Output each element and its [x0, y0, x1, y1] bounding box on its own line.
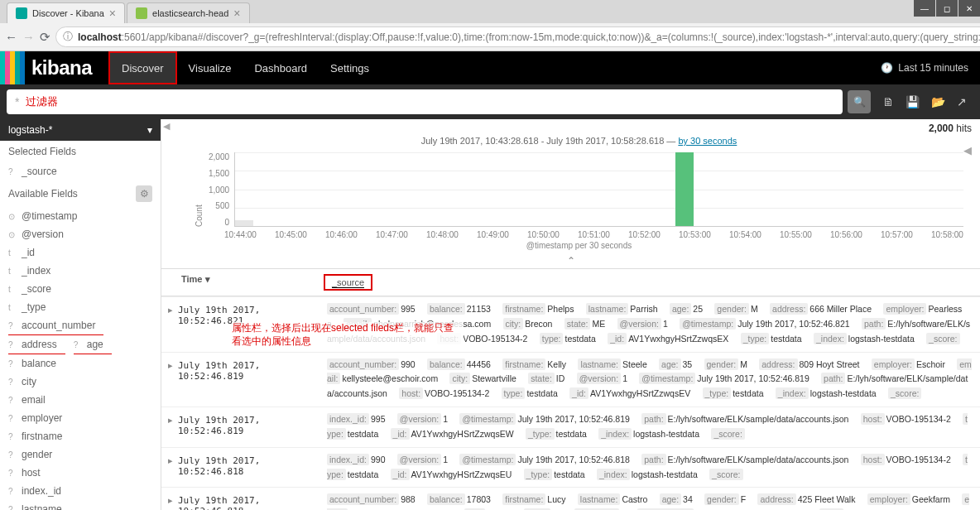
query-star: *	[15, 95, 19, 108]
logo-text: kibana	[31, 56, 92, 79]
field-@timestamp[interactable]: ⊙@timestamp	[0, 207, 161, 225]
doc-time: July 19th 2017, 10:52:46.819	[178, 358, 327, 382]
hits-label: hits	[956, 123, 972, 134]
y-axis: 2,0001,5001,0005000	[209, 152, 229, 227]
new-search-icon[interactable]: 🗎	[882, 95, 894, 108]
x-axis: 10:44:0010:45:0010:46:0010:47:0010:48:00…	[224, 230, 963, 239]
collapse-sidebar-icon[interactable]: ◀	[163, 121, 170, 132]
field-_type[interactable]: t_type	[0, 298, 161, 316]
field-type-icon: ?	[8, 414, 17, 423]
field-_index[interactable]: t_index	[0, 262, 161, 280]
url-input[interactable]: ⓘ localhost :5601/app/kibana#/discover?_…	[55, 26, 980, 47]
chart-title: July 19th 2017, 10:43:28.618 - July 19th…	[195, 136, 963, 146]
table-row: ▸July 19th 2017, 10:52:46.819index._id:9…	[161, 407, 980, 447]
nav-visualize[interactable]: Visualize	[177, 51, 243, 84]
nav-settings[interactable]: Settings	[319, 51, 381, 84]
hits-count: 2,000 hits	[929, 123, 972, 134]
source-header-label: _source	[332, 277, 364, 288]
field-type-icon: ?	[8, 378, 17, 387]
close-window-icon[interactable]: ✕	[958, 0, 980, 17]
chart-expand-icon[interactable]: ◀	[963, 144, 972, 156]
clock-icon: 🕐	[881, 62, 893, 74]
main-layout: logstash-* ▾ Selected Fields ?_source Av…	[0, 119, 980, 510]
document-table: Time ▾ _source ▸July 19th 2017, 10:52:46…	[161, 269, 980, 510]
time-column-header[interactable]: Time ▾	[181, 274, 330, 291]
browser-chrome: Discover - Kibana × elasticsearch-head ×…	[0, 0, 980, 51]
close-icon[interactable]: ×	[233, 7, 240, 20]
minimize-icon[interactable]: —	[914, 0, 935, 17]
browser-tab-eshead[interactable]: elasticsearch-head ×	[127, 2, 250, 23]
open-search-icon[interactable]: 📂	[931, 95, 945, 108]
source-column-header[interactable]: _source	[330, 274, 972, 291]
expand-row-icon[interactable]: ▸	[168, 412, 178, 426]
collapse-chart-icon[interactable]: ⌃	[161, 253, 980, 269]
field-type-icon: ?	[8, 432, 17, 441]
expand-row-icon[interactable]: ▸	[168, 302, 178, 315]
doc-source: account_number:988 balance:17803 firstna…	[327, 493, 972, 510]
field-host[interactable]: ?host	[0, 464, 161, 482]
browser-tab-kibana[interactable]: Discover - Kibana ×	[7, 2, 125, 23]
field-type-icon: t	[8, 248, 17, 257]
back-icon[interactable]: ←	[5, 30, 17, 44]
selected-fields-header: Selected Fields	[0, 141, 161, 162]
field-type-icon: t	[8, 285, 17, 294]
reload-icon[interactable]: ⟳	[40, 30, 50, 45]
doc-time: July 19th 2017, 10:52:46.818	[178, 493, 327, 510]
share-icon[interactable]: ↗	[957, 95, 967, 108]
expand-row-icon[interactable]: ▸	[168, 493, 178, 506]
interval-link[interactable]: by 30 seconds	[678, 136, 737, 146]
field-_source[interactable]: ?_source	[0, 162, 161, 180]
available-fields-header: Available Fields ⚙	[0, 180, 161, 207]
field-index._id[interactable]: ?index._id	[0, 482, 161, 500]
forward-icon[interactable]: →	[22, 30, 35, 44]
field-type-icon: ⊙	[8, 212, 17, 221]
histogram-bar[interactable]	[235, 220, 253, 226]
nav-dashboard[interactable]: Dashboard	[243, 51, 319, 84]
field-gender[interactable]: ?gender	[0, 445, 161, 464]
gear-icon[interactable]: ⚙	[136, 185, 152, 202]
logo-stripes	[0, 51, 25, 84]
search-input[interactable]: * 过滤器	[7, 89, 843, 114]
chart-plot[interactable]	[234, 152, 963, 227]
url-path: :5601/app/kibana#/discover?_g=(refreshIn…	[122, 31, 980, 43]
field-@version[interactable]: ⊙@version	[0, 225, 161, 243]
search-icon: 🔍	[853, 96, 866, 108]
nav-discover[interactable]: Discover	[108, 51, 177, 84]
table-row: ▸July 19th 2017, 10:52:46.818account_num…	[161, 487, 980, 510]
close-icon[interactable]: ×	[109, 7, 116, 20]
available-fields-label: Available Fields	[8, 188, 78, 200]
sidebar: logstash-* ▾ Selected Fields ?_source Av…	[0, 119, 161, 510]
field-age[interactable]: ?age	[74, 335, 112, 354]
index-pattern-label: logstash-*	[8, 124, 52, 136]
field-_id[interactable]: t_id	[0, 243, 161, 262]
field-_score[interactable]: t_score	[0, 280, 161, 298]
maximize-icon[interactable]: ◻	[936, 0, 958, 17]
doc-source: account_number:990 balance:44456 firstna…	[327, 358, 972, 402]
field-lastname[interactable]: ?lastname	[0, 500, 161, 510]
doc-source: index._id:990 @version:1 @timestamp:July…	[327, 453, 972, 483]
histogram-bar[interactable]	[675, 152, 694, 226]
content: ◀ 2,000 hits 属性栏，选择后出现在selected fileds栏，…	[161, 119, 980, 510]
field-email[interactable]: ?email	[0, 391, 161, 409]
index-pattern-selector[interactable]: logstash-* ▾	[0, 119, 161, 141]
field-employer[interactable]: ?employer	[0, 409, 161, 427]
field-account_number[interactable]: ?account_number	[8, 316, 103, 335]
field-firstname[interactable]: ?firstname	[0, 427, 161, 445]
field-balance[interactable]: ?balance	[0, 354, 161, 373]
save-search-icon[interactable]: 💾	[906, 95, 920, 108]
expand-row-icon[interactable]: ▸	[168, 453, 178, 466]
field-type-icon: ?	[8, 487, 17, 496]
time-header-label: Time	[181, 274, 202, 284]
tab-title: elasticsearch-head	[152, 8, 228, 18]
field-city[interactable]: ?city	[0, 373, 161, 391]
table-header: Time ▾ _source	[161, 269, 980, 296]
filter-label: 过滤器	[26, 94, 58, 109]
expand-row-icon[interactable]: ▸	[168, 358, 178, 371]
field-type-icon: ?	[8, 469, 17, 478]
field-type-icon: ?	[8, 340, 17, 349]
time-picker[interactable]: 🕐 Last 15 minutes	[869, 62, 980, 74]
field-address[interactable]: ?address	[8, 335, 65, 354]
x-axis-label: @timestamp per 30 seconds	[195, 241, 963, 250]
search-button[interactable]: 🔍	[848, 90, 871, 113]
info-icon: ⓘ	[63, 30, 73, 44]
